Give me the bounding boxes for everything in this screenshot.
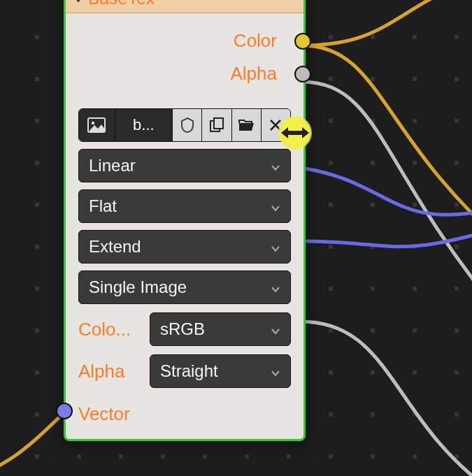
- svg-point-1: [92, 122, 94, 124]
- output-color-row: Color: [70, 24, 299, 57]
- svg-rect-3: [214, 118, 223, 129]
- fake-user-button[interactable]: [173, 109, 202, 141]
- image-datablock-row: b...: [78, 108, 291, 142]
- output-color-label: Color: [234, 30, 277, 52]
- image-texture-node[interactable]: BaseTex Color Alpha b... Linear: [64, 0, 306, 441]
- alpha-mode-label: Alpha: [78, 361, 141, 382]
- colorspace-row: Colo... sRGB: [78, 312, 291, 346]
- chevron-down-icon: [271, 196, 280, 216]
- collapse-chevron-icon[interactable]: [73, 0, 84, 4]
- interpolation-dropdown[interactable]: Linear: [78, 149, 291, 182]
- new-image-button[interactable]: [202, 109, 231, 141]
- chevron-down-icon: [271, 361, 280, 381]
- node-header[interactable]: BaseTex: [66, 0, 303, 13]
- colorspace-label: Colo...: [78, 319, 141, 340]
- node-title: BaseTex: [88, 0, 155, 8]
- chevron-down-icon: [271, 156, 280, 175]
- browse-image-button[interactable]: [79, 109, 115, 141]
- output-alpha-socket[interactable]: [294, 66, 311, 82]
- alpha-mode-dropdown[interactable]: Straight: [150, 354, 291, 388]
- chevron-down-icon: [271, 277, 280, 297]
- source-dropdown[interactable]: Single Image: [78, 271, 291, 304]
- open-image-button[interactable]: [232, 109, 262, 141]
- resize-cursor-icon: [278, 116, 312, 150]
- projection-dropdown[interactable]: Flat: [78, 189, 291, 223]
- output-alpha-label: Alpha: [231, 63, 278, 85]
- output-color-socket[interactable]: [294, 33, 311, 50]
- input-vector-row: Vector: [66, 396, 303, 432]
- extension-dropdown[interactable]: Extend: [78, 230, 291, 264]
- image-name-field[interactable]: b...: [115, 109, 173, 141]
- input-vector-socket[interactable]: [56, 403, 73, 419]
- output-alpha-row: Alpha: [70, 57, 299, 90]
- input-vector-label: Vector: [78, 403, 130, 425]
- chevron-down-icon: [271, 237, 280, 257]
- alpha-mode-row: Alpha Straight: [78, 354, 291, 388]
- colorspace-dropdown[interactable]: sRGB: [150, 312, 291, 346]
- chevron-down-icon: [271, 319, 280, 339]
